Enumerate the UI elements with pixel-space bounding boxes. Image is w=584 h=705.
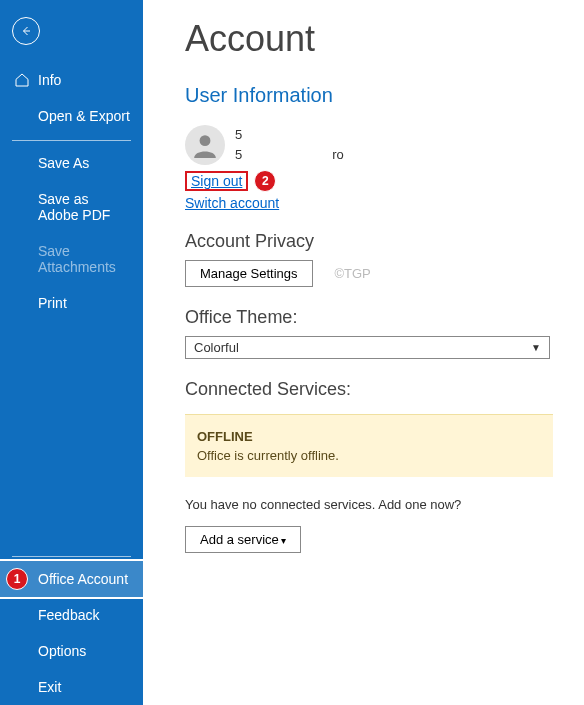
offline-message: Office is currently offline. [197,448,541,463]
sidebar-spacer [0,321,143,550]
page-title: Account [185,18,560,60]
sidebar-item-save-adobe[interactable]: Save as Adobe PDF [0,181,143,233]
office-theme-header: Office Theme: [185,307,560,328]
backstage-sidebar: Info Open & Export Save As Save as Adobe… [0,0,143,705]
annotation-badge-1: 1 [6,568,28,590]
annotation-badge-2: 2 [254,170,276,192]
sidebar-item-options[interactable]: Options [0,633,143,669]
chevron-down-icon: ▾ [281,535,286,546]
sidebar-label-save-attachments: Save Attachments [38,243,131,275]
sidebar-label-save-as: Save As [38,155,89,171]
sidebar-item-print[interactable]: Print [0,285,143,321]
sign-out-highlight: Sign out 2 [185,171,248,191]
arrow-left-icon [20,25,32,37]
person-icon [192,132,218,158]
back-button[interactable] [12,17,40,45]
offline-banner: OFFLINE Office is currently offline. [185,414,553,477]
user-email: 5ro [235,145,344,165]
sidebar-item-feedback[interactable]: Feedback [0,597,143,633]
user-lines: 5 5ro [235,125,344,164]
switch-account-link[interactable]: Switch account [185,195,279,211]
sidebar-label-feedback: Feedback [38,607,99,623]
account-privacy-header: Account Privacy [185,231,560,252]
sidebar-label-office-account: Office Account [38,571,128,587]
home-icon [14,72,30,88]
sidebar-item-office-account[interactable]: 1 Office Account [0,559,143,599]
sign-out-row: Sign out 2 [185,171,560,191]
sidebar-separator [12,140,131,141]
no-connected-services-text: You have no connected services. Add one … [185,497,560,512]
sidebar-label-info: Info [38,72,61,88]
office-theme-value: Colorful [194,340,239,355]
sidebar-separator-bottom [12,556,131,557]
switch-account-row: Switch account [185,195,560,211]
manage-settings-row: Manage Settings ©TGP [185,260,560,287]
back-button-row [0,0,143,62]
add-service-label: Add a service [200,532,279,547]
sign-out-link[interactable]: Sign out [185,171,248,191]
sidebar-label-print: Print [38,295,67,311]
sidebar-item-exit[interactable]: Exit [0,669,143,705]
avatar [185,125,225,165]
sidebar-item-open-export[interactable]: Open & Export [0,98,143,134]
chevron-down-icon: ▼ [531,342,541,353]
sidebar-label-save-adobe: Save as Adobe PDF [38,191,131,223]
sidebar-item-info[interactable]: Info [0,62,143,98]
add-service-button[interactable]: Add a service▾ [185,526,301,553]
connected-services-header: Connected Services: [185,379,560,400]
user-information-header: User Information [185,84,560,107]
sidebar-label-options: Options [38,643,86,659]
sidebar-label-open-export: Open & Export [38,108,130,124]
sidebar-item-save-attachments: Save Attachments [0,233,143,285]
user-display-name: 5 [235,125,344,145]
user-row: 5 5ro [185,125,560,165]
content-pane: Account User Information 5 5ro Sign out … [143,0,584,705]
watermark-text: ©TGP [334,266,370,281]
office-theme-select[interactable]: Colorful ▼ [185,336,550,359]
sidebar-label-exit: Exit [38,679,61,695]
manage-settings-button[interactable]: Manage Settings [185,260,313,287]
svg-point-0 [200,135,211,146]
sidebar-item-save-as[interactable]: Save As [0,145,143,181]
offline-title: OFFLINE [197,429,541,444]
